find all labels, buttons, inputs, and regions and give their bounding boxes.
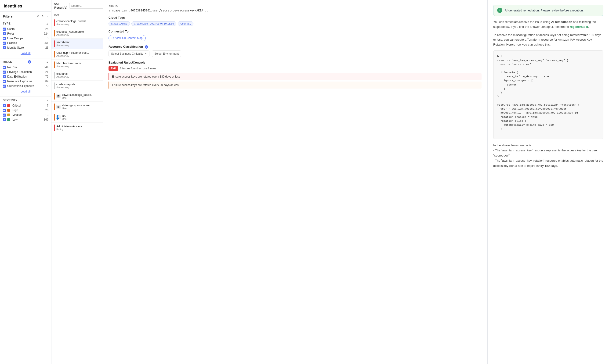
list-item[interactable]: 👤🔵 BK User [52,112,103,123]
credentials-exposure-checkbox[interactable] [3,85,6,88]
type-section-header[interactable]: Type ▲ [3,22,48,25]
filter-item-roles: Roles 224 [3,31,48,36]
filter-item-critical: Critical 7 [3,103,48,108]
list-item[interactable]: 🖼 shivang-dspm-scanner... User [52,102,103,112]
fail-badge: Fail [108,66,118,71]
filters-icons: ✕ ↻ ‹ [36,14,48,19]
list-item[interactable]: cdworkscanlogs_bucket_... AccessKey [52,17,103,28]
user-groups-label: User Groups [7,37,23,40]
list-item-info: AdministratorAccess Policy [56,125,100,131]
policies-label: Policies [7,41,17,45]
rule-item-180: Ensure access keys are rotated every 180… [108,73,482,80]
high-count: 26 [45,109,48,112]
list-item-info: BK User [62,114,100,120]
list-item-name: User-dspm-scanner-buc... [56,51,100,54]
tag-badge-create-date: Create Date : 2023-09-04 10:15:36 [131,21,176,26]
list-item[interactable]: cloudtrial AccessKey [52,70,103,81]
critical-checkbox[interactable] [3,104,6,107]
identity-store-checkbox[interactable] [3,46,6,49]
list-item-type: AccessKey [56,65,100,68]
ai-banner-text: AI generated remediation. Please review … [505,9,583,12]
ai-explanation: In the above Terraform code: - The `aws_… [493,143,603,169]
code-block: hcl resource "aws_iam_access_key" "acces… [493,51,603,139]
critical-count: 7 [47,104,48,107]
list-item-info: cd-dast-reports AccessKey [56,83,100,89]
no-risk-checkbox[interactable] [3,66,6,69]
low-severity-icon [7,118,10,121]
user-icon: 👤🔵 [56,115,61,119]
data-exfiltration-checkbox[interactable] [3,75,6,78]
users-checkbox[interactable] [3,27,6,31]
refresh-filters-button[interactable]: ↻ [41,14,45,19]
list-item-info: cloudtrial AccessKey [56,72,100,78]
users-count: 25 [45,27,48,31]
evaluated-rules-title: Evaluated Rules/Controls [108,61,482,64]
list-item-type: User [62,107,100,110]
arn-section: ARN ⧉ arn:aws:iam::407638845061:user/sec… [108,5,482,12]
list-item-type: AccessKey [56,23,100,26]
list-item[interactable]: cd-dast-reports AccessKey [52,81,103,91]
tag-badge-status: Status : Active [108,21,130,26]
resource-exposure-label: Resource Exposure [7,80,32,83]
roles-count: 224 [44,32,48,35]
user-groups-checkbox[interactable] [3,37,6,40]
list-item-name: cloudtrial [56,72,100,76]
view-context-map-button[interactable]: ⬡ View On Context Map [108,35,146,41]
list-item-info: shivang-dspm-scanner... User [62,104,100,110]
severity-bar-icon [54,93,55,100]
high-severity-icon [7,109,10,112]
clear-filters-button[interactable]: ✕ [36,14,40,19]
risks-load-all-button[interactable]: Load all [21,90,30,93]
privilege-escalation-checkbox[interactable] [3,71,6,74]
list-item[interactable]: Microland-securonix AccessKey [52,60,103,70]
roles-checkbox[interactable] [3,32,6,35]
user-groups-count: 5 [47,37,48,40]
intro-text-3: . [588,25,589,28]
ai-banner: i AI generated remediation. Please revie… [493,5,603,16]
resource-classification-title: Resource Classification i [108,45,482,49]
medium-checkbox[interactable] [3,114,6,117]
collapse-filters-button[interactable]: ‹ [46,14,48,19]
critical-severity-icon [7,104,10,107]
list-item-info: cdworkscanlogs_bucke... User [62,93,100,99]
evaluated-rules-section: Evaluated Rules/Controls Fail 2 issues f… [108,61,482,89]
list-item-name: AdministratorAccess [56,125,100,128]
filter-item-resource-exposure: Resource Exposure 89 [3,79,48,84]
high-checkbox[interactable] [3,109,6,112]
no-risk-count: 344 [44,66,48,69]
resource-exposure-checkbox[interactable] [3,80,6,83]
type-load-all-button[interactable]: Load all [21,52,30,55]
list-item[interactable]: AdministratorAccess Policy [52,123,103,133]
type-section-title: Type [3,22,11,25]
list-item-type: User [62,96,100,99]
resource-classification-info-icon: i [145,45,148,49]
regenerate-link[interactable]: regenerate it [570,25,588,28]
list-item-info: User-dspm-scanner-buc... AccessKey [56,51,100,57]
list-item[interactable]: cloudsec_Assumerole AccessKey [52,28,103,39]
intro-text-1: You can remediate/resolve the issue usin… [493,20,551,24]
risks-section-header[interactable]: Risks i ▲ [3,60,48,64]
medium-severity-icon [7,114,10,116]
severity-bar-icon [54,104,55,110]
rule-item-90: Ensure access keys are rotated every 90 … [108,81,482,89]
business-criticality-select[interactable]: Select Business Criticality ▼ [108,51,149,57]
low-checkbox[interactable] [3,118,6,121]
low-label: Low [12,118,17,121]
copy-arn-button[interactable]: ⧉ [116,5,118,8]
ai-remediation-panel: i AI generated remediation. Please revie… [487,0,609,364]
resource-classification-section: Resource Classification i Select Busines… [108,45,482,57]
list-item[interactable]: 🖼 cdworkscanlogs_bucke... User [52,91,103,102]
list-item[interactable]: secret-dev AccessKey [52,39,103,49]
list-item[interactable]: User-dspm-scanner-buc... AccessKey [52,49,103,60]
search-input[interactable] [69,3,103,9]
middle-list-panel: 559 Result(s) IAM cdworkscanlogs_bucket_… [52,0,103,364]
policies-checkbox[interactable] [3,42,6,45]
privilege-escalation-count: 21 [45,70,48,74]
environment-select[interactable]: Select Environment [152,51,181,57]
severity-chevron-icon: ▲ [46,99,48,102]
results-count: 559 Result(s) [54,2,67,9]
medium-label: Medium [12,113,22,117]
user-icon: 🖼 [56,94,61,98]
severity-section-header[interactable]: Severity ▲ [3,99,48,102]
severity-bar-icon [54,114,55,120]
